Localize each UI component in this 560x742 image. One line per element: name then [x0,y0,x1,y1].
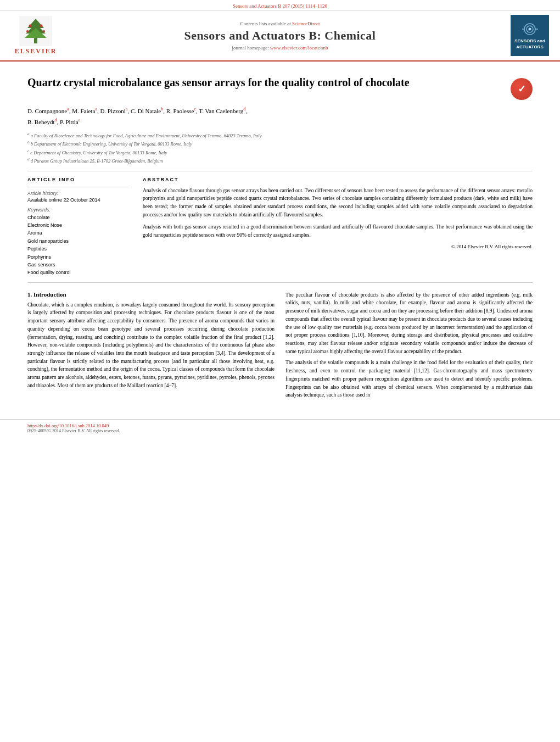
sensors-logo-icon [520,21,540,37]
sciencedirect-link[interactable]: ScienceDirect [292,21,320,26]
elsevier-label: ELSEVIER [15,47,57,55]
keyword-4: Gold nanoparticles [27,237,129,245]
article-title: Quartz crystal microbalance gas sensor a… [27,75,502,90]
article-content: Quartz crystal microbalance gas sensor a… [0,62,560,411]
article-history-heading: Article history: [27,191,129,196]
keyword-6: Porphyrins [27,253,129,261]
svg-point-12 [528,28,531,31]
article-history-block: Article history: Available online 22 Oct… [27,187,129,203]
article-info-abstract: ARTICLE INFO Article history: Available … [27,177,533,277]
abstract-p2: Analysis with both gas sensor arrays res… [143,223,533,239]
intro-heading: 1. Introduction [27,291,275,298]
affiliation-d: d d Puratos Group Industrialaan 25, B-17… [27,157,533,165]
affiliation-a: a a Faculty of Bioscience and Technology… [27,131,533,140]
abstract-label: ABSTRACT [143,177,533,182]
journal-title-center: Contents lists available at ScienceDirec… [60,21,500,51]
article-title-section: Quartz crystal microbalance gas sensor a… [27,75,533,100]
body-content: 1. Introduction Chocolate, which is a co… [27,291,533,403]
abstract-p1: Analysis of chocolate flavour through ga… [143,187,533,219]
footer-issn: 0925-4005/© 2014 Elsevier B.V. All right… [27,428,533,433]
keywords-heading: Keywords: [27,207,129,213]
journal-header: ELSEVIER Contents lists available at Sci… [0,10,560,62]
journal-citation: Sensors and Actuators B 207 (2015) 1114–… [233,3,327,9]
keyword-5: Peptides [27,245,129,253]
elsevier-logo: ELSEVIER [11,16,60,55]
affiliation-b: b b Department of Electronic Engineering… [27,140,533,148]
sensors-logo-text: SENSORS andACTUATORS [514,38,545,50]
affiliations: a a Faculty of Bioscience and Technology… [27,131,533,165]
contents-line: Contents lists available at ScienceDirec… [60,21,500,26]
affiliation-c: c c Department of Chemistry, University … [27,148,533,157]
divider-1 [27,171,533,171]
svg-point-7 [26,30,29,32]
intro-col2-p2: The analysis of the volatile compounds i… [285,359,533,399]
svg-point-5 [29,24,32,27]
journal-main-title: Sensors and Actuators B: Chemical [60,29,500,43]
body-col-right: The peculiar flavour of chocolate produc… [285,291,533,403]
keywords-block: Keywords: Chocolate Electronic Nose Arom… [27,207,129,277]
sensors-actuators-logo: SENSORS andACTUATORS [511,15,549,56]
authors: D. Compagnonea, M. Faietaa, D. Pizzonia,… [27,105,533,128]
intro-p1: Chocolate, which is a complex emulsion, … [27,301,275,390]
footer-doi[interactable]: http://dx.doi.org/10.1016/j.snb.2014.10.… [27,423,533,428]
keyword-8: Food quality control [27,269,129,276]
divider-2 [27,282,533,283]
copyright: © 2014 Elsevier B.V. All rights reserved… [143,244,533,249]
sensors-logo-box: SENSORS andACTUATORS [500,15,549,56]
body-col-left: 1. Introduction Chocolate, which is a co… [27,291,275,403]
journal-homepage: journal homepage: www.elsevier.com/locat… [60,45,500,51]
keyword-2: Electronic Nose [27,221,129,229]
available-online: Available online 22 October 2014 [27,197,129,203]
elsevier-tree-icon [19,16,52,46]
intro-col2-p1: The peculiar flavour of chocolate produc… [285,291,533,356]
keyword-1: Chocolate [27,214,129,221]
footer: http://dx.doi.org/10.1016/j.snb.2014.10.… [0,419,560,437]
article-info-col: ARTICLE INFO Article history: Available … [27,177,129,277]
keyword-7: Gas sensors [27,261,129,269]
journal-citation-bar: Sensors and Actuators B 207 (2015) 1114–… [0,0,560,10]
journal-homepage-url[interactable]: www.elsevier.com/locate/snb [270,45,328,51]
keyword-3: Aroma [27,229,129,237]
svg-point-8 [43,30,45,32]
article-info-label: ARTICLE INFO [27,177,129,182]
crossmark-logo: ✓ [511,78,533,100]
abstract-col: ABSTRACT Analysis of chocolate flavour t… [143,177,533,277]
svg-point-6 [40,24,43,27]
